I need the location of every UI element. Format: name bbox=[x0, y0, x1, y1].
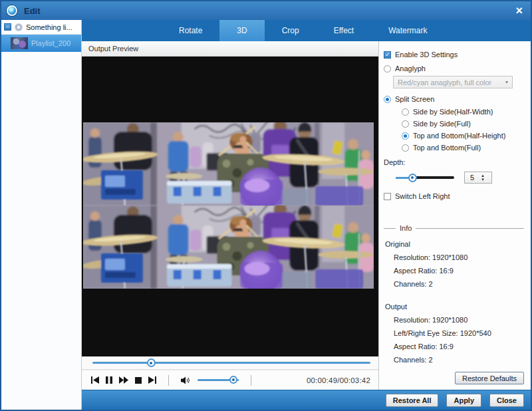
time-display: 00:00:49/00:03:42 bbox=[307, 376, 370, 384]
original-heading: Original bbox=[384, 240, 525, 248]
fast-forward-icon bbox=[119, 376, 128, 384]
pause-button[interactable] bbox=[106, 376, 112, 384]
spinner-arrows: ▲ ▼ bbox=[481, 174, 485, 182]
top-bottom-half-radio[interactable] bbox=[402, 132, 409, 140]
depth-slider[interactable] bbox=[396, 174, 454, 182]
output-heading: Output bbox=[384, 303, 525, 311]
3d-settings-pane: Enable 3D Settings Anaglyph Red/cyan ana… bbox=[379, 41, 531, 390]
preview-pane: Output Preview bbox=[82, 41, 379, 390]
split-screen-radio[interactable] bbox=[384, 96, 391, 103]
tab-3d[interactable]: 3D bbox=[219, 20, 264, 41]
edit-dialog: Edit × − Something li... Playlist_200 Ro… bbox=[0, 0, 532, 411]
close-icon[interactable]: × bbox=[515, 5, 523, 17]
info-legend: Info bbox=[396, 224, 416, 232]
tree-collapse-icon[interactable]: − bbox=[4, 23, 11, 31]
pause-icon bbox=[106, 376, 112, 384]
top-bottom-full-row[interactable]: Top and Bottom(Full) bbox=[402, 144, 525, 152]
side-by-side-half-label: Side by Side(Half-Width) bbox=[413, 108, 493, 116]
spinner-down-icon[interactable]: ▼ bbox=[481, 178, 485, 182]
seek-slider[interactable] bbox=[92, 358, 370, 367]
switch-left-right-checkbox[interactable] bbox=[384, 193, 391, 200]
fast-forward-button[interactable] bbox=[119, 376, 128, 384]
volume-slider[interactable] bbox=[198, 376, 239, 384]
restore-defaults-button[interactable]: Restore Defaults bbox=[455, 372, 524, 384]
video-frame-bottom bbox=[83, 206, 374, 289]
seek-bar-row bbox=[82, 356, 378, 370]
split-screen-frames bbox=[83, 122, 374, 289]
depth-label: Depth: bbox=[384, 158, 525, 166]
video-frame-top bbox=[83, 122, 374, 206]
side-by-side-full-radio[interactable] bbox=[402, 120, 409, 128]
tab-effect[interactable]: Effect bbox=[317, 20, 371, 41]
tree-item-playlist-selected[interactable]: Playlist_200 bbox=[1, 35, 81, 52]
apply-button[interactable]: Apply bbox=[446, 394, 481, 407]
window-title: Edit bbox=[24, 6, 41, 16]
output-aspect-ratio: Aspect Ratio: 16:9 bbox=[384, 342, 525, 350]
legend-line-right bbox=[416, 228, 524, 229]
legend-line-left bbox=[384, 228, 396, 229]
speaker-icon bbox=[181, 376, 191, 384]
chevron-down-icon[interactable]: ▼ bbox=[501, 80, 512, 84]
app-icon bbox=[7, 5, 17, 16]
top-bottom-half-label: Top and Bottom(Half-Height) bbox=[413, 132, 505, 140]
depth-track-remaining[interactable] bbox=[412, 176, 454, 179]
depth-spinner: ▲ ▼ bbox=[464, 172, 492, 184]
anaglyph-label: Anaglyph bbox=[395, 65, 426, 72]
switch-left-right-row[interactable]: Switch Left Right bbox=[384, 192, 525, 200]
anaglyph-mode-dropdown[interactable]: Red/cyan anaglyph, full color ▼ bbox=[393, 76, 513, 88]
anaglyph-radio[interactable] bbox=[384, 65, 391, 72]
anaglyph-row[interactable]: Anaglyph bbox=[384, 65, 525, 72]
depth-control-row: ▲ ▼ bbox=[384, 172, 525, 184]
side-by-side-half-row[interactable]: Side by Side(Half-Width) bbox=[402, 108, 525, 116]
playback-controls: 00:00:49/00:03:42 bbox=[82, 370, 378, 390]
close-button[interactable]: Close bbox=[489, 394, 524, 407]
depth-value-input[interactable] bbox=[465, 174, 479, 182]
top-bottom-full-label: Top and Bottom(Full) bbox=[413, 144, 481, 152]
seek-track[interactable] bbox=[92, 362, 370, 364]
switch-left-right-label: Switch Left Right bbox=[395, 192, 450, 200]
title-bar: Edit × bbox=[1, 1, 531, 20]
source-tree-sidebar: − Something li... Playlist_200 bbox=[1, 20, 82, 410]
skip-forward-icon bbox=[148, 376, 156, 384]
side-by-side-full-row[interactable]: Side by Side(Full) bbox=[402, 120, 525, 128]
top-bottom-half-row[interactable]: Top and Bottom(Half-Height) bbox=[402, 132, 525, 140]
output-eye-size: Left/Right Eye Size: 1920*540 bbox=[384, 329, 525, 337]
top-bottom-full-radio[interactable] bbox=[402, 144, 409, 152]
video-preview-area bbox=[82, 57, 378, 356]
video-thumbnail bbox=[11, 37, 28, 49]
side-by-side-half-radio[interactable] bbox=[402, 108, 409, 116]
restore-all-button[interactable]: Restore All bbox=[386, 394, 439, 407]
footer-bar: Restore All Apply Close bbox=[82, 390, 531, 410]
volume-thumb[interactable] bbox=[229, 376, 237, 384]
split-screen-label: Split Screen bbox=[395, 95, 434, 103]
output-channels: Channels: 2 bbox=[384, 356, 525, 364]
playlist-item-label: Playlist_200 bbox=[31, 39, 70, 47]
tree-item-label: Something li... bbox=[26, 23, 72, 31]
split-screen-row[interactable]: Split Screen bbox=[384, 95, 525, 103]
tab-crop[interactable]: Crop bbox=[265, 20, 317, 41]
seek-thumb[interactable] bbox=[147, 358, 156, 367]
info-group: Info bbox=[384, 224, 525, 232]
enable-3d-row[interactable]: Enable 3D Settings bbox=[384, 51, 525, 59]
controls-divider bbox=[168, 375, 169, 386]
tree-item-disc[interactable]: − Something li... bbox=[1, 20, 81, 35]
original-aspect-ratio: Aspect Ratio: 16:9 bbox=[384, 267, 525, 275]
volume-button[interactable] bbox=[181, 376, 191, 384]
output-resolution: Resolution: 1920*1080 bbox=[384, 316, 525, 324]
stop-icon bbox=[135, 377, 142, 384]
depth-thumb[interactable] bbox=[408, 174, 417, 182]
enable-3d-checkbox[interactable] bbox=[384, 51, 391, 59]
skip-forward-button[interactable] bbox=[148, 376, 156, 384]
controls-divider bbox=[251, 375, 251, 386]
side-by-side-full-label: Side by Side(Full) bbox=[413, 120, 471, 128]
anaglyph-mode-value: Red/cyan anaglyph, full color bbox=[394, 78, 501, 86]
tab-rotate[interactable]: Rotate bbox=[162, 20, 219, 41]
enable-3d-label: Enable 3D Settings bbox=[395, 51, 458, 59]
stop-button[interactable] bbox=[135, 377, 142, 384]
edit-tab-bar: Rotate 3D Crop Effect Watermark bbox=[82, 20, 531, 41]
skip-back-button[interactable] bbox=[91, 376, 99, 384]
tab-watermark[interactable]: Watermark bbox=[371, 20, 444, 41]
original-resolution: Resolution: 1920*1080 bbox=[384, 253, 525, 261]
disc-icon bbox=[15, 23, 23, 31]
skip-back-icon bbox=[91, 376, 99, 384]
